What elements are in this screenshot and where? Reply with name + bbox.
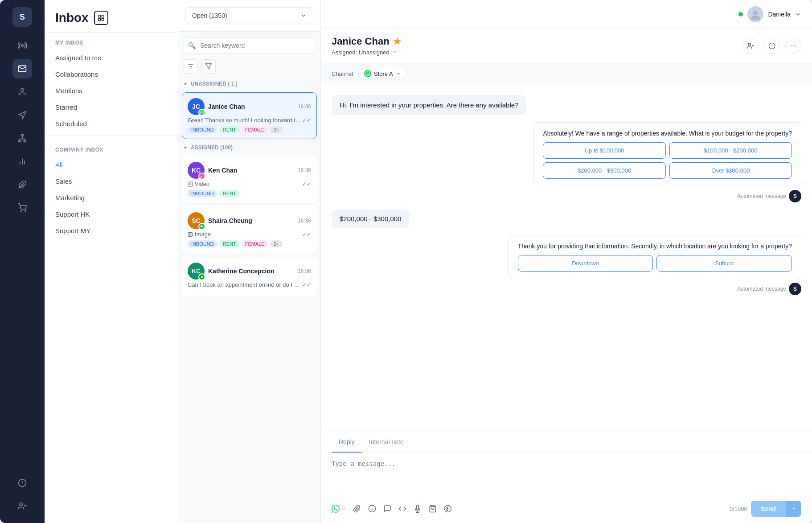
svg-rect-19 <box>98 15 101 17</box>
svg-rect-22 <box>98 18 101 21</box>
layout-toggle-icon[interactable] <box>94 11 108 25</box>
tag-female-shaira: FEMALE <box>242 240 268 247</box>
svg-marker-33 <box>190 183 191 185</box>
search-input[interactable] <box>184 37 315 54</box>
svg-point-35 <box>202 226 203 227</box>
section-unassigned[interactable]: UNASSIGNED ( 1 ) <box>178 77 320 91</box>
add-user-button[interactable] <box>742 38 759 54</box>
conv-item-ken-header: KC Ken Chan 16:36 <box>188 162 311 179</box>
reply-textarea[interactable] <box>332 460 801 487</box>
svg-rect-3 <box>19 140 21 142</box>
section-assigned[interactable]: ASSIGNED (100) <box>178 141 320 154</box>
tag-rent-ken: RENT <box>219 190 240 197</box>
send-button[interactable]: Send <box>751 501 786 517</box>
option-over-300k[interactable]: Over $300,000 <box>669 162 792 179</box>
conv-tags-ken: INBOUND RENT <box>188 190 311 197</box>
message-bot-2-container: Thank you for providing that information… <box>509 235 801 295</box>
conv-tags-shaira: INBOUND RENT FEMALE 2+ <box>188 240 311 247</box>
search-icon: 🔍 <box>188 42 196 49</box>
svg-point-47 <box>793 45 794 46</box>
channel-tool-chevron <box>341 507 346 511</box>
chat-header-right <box>742 38 801 54</box>
code-tool[interactable] <box>398 505 406 513</box>
sidebar-item-scheduled[interactable]: Scheduled <box>45 115 178 132</box>
tag-inbound-ken: INBOUND <box>188 190 217 197</box>
sidebar-divider <box>45 136 178 136</box>
bag-tool[interactable] <box>429 505 437 513</box>
svg-point-37 <box>189 233 190 234</box>
assigned-dropdown[interactable]: Unassigned <box>359 49 398 56</box>
channel-pill[interactable]: Store A <box>358 68 407 79</box>
tab-reply[interactable]: Reply <box>332 432 362 453</box>
sidebar-item-support-my[interactable]: Support MY <box>45 222 178 239</box>
conv-name-katherine: Katherine Concepcion <box>208 268 294 275</box>
option-100-200k[interactable]: $100,000 - $200,000 <box>669 142 792 159</box>
more-options-button[interactable] <box>785 38 801 54</box>
tab-internal-note[interactable]: Internal note <box>362 432 411 453</box>
dollar-tool[interactable] <box>444 505 452 513</box>
svg-point-16 <box>20 503 23 506</box>
nav-icon-megaphone[interactable] <box>12 105 32 125</box>
left-navigation: S <box>0 0 45 523</box>
sidebar-item-sales[interactable]: Sales <box>45 173 178 189</box>
svg-rect-2 <box>21 135 24 136</box>
whatsapp-channel-tool[interactable] <box>332 505 346 513</box>
svg-point-46 <box>791 45 791 46</box>
nav-icon-chart[interactable] <box>12 152 32 171</box>
conv-item-janice[interactable]: JC Janice Chan 16:36 Great! Thanks so mu… <box>182 92 317 139</box>
option-downtown[interactable]: Downtown <box>518 255 653 272</box>
svg-marker-26 <box>205 64 211 69</box>
sidebar-item-all[interactable]: All <box>45 156 178 173</box>
reply-toolbar: 0/1000 Send <box>321 496 812 523</box>
conv-list-header: Open (1350) <box>178 0 320 32</box>
conv-item-ken[interactable]: KC Ken Chan 16:36 Video ✓✓ INBOUND RENT <box>182 156 317 203</box>
nav-icon-add-user[interactable] <box>12 496 32 516</box>
read-receipt-janice: ✓✓ <box>302 117 311 124</box>
option-200-300k[interactable]: $200,000 - $300,000 <box>543 162 665 179</box>
nav-icon-radio[interactable] <box>12 36 32 55</box>
sidebar-item-starred[interactable]: Starred <box>45 99 178 115</box>
option-suburb[interactable]: Suburb <box>656 255 792 272</box>
nav-icon-contacts[interactable] <box>12 82 32 102</box>
chat-header-left: Janice Chan ★ Assigned: Unassigned <box>332 36 401 56</box>
svg-point-31 <box>203 175 203 176</box>
conv-item-katherine[interactable]: KC Katherine Concepcion 16:36 Can I book… <box>182 257 317 297</box>
reply-input-area[interactable] <box>321 453 812 496</box>
user-avatar <box>747 6 763 22</box>
attachment-tool[interactable] <box>353 505 361 513</box>
filter-button[interactable] <box>201 59 216 74</box>
option-100k[interactable]: Up to $100,000 <box>543 142 665 159</box>
bot-options-2: Downtown Suburb <box>518 255 792 272</box>
sidebar-item-collaborations[interactable]: Collaborations <box>45 66 178 82</box>
app-logo[interactable]: S <box>12 7 32 27</box>
info-button[interactable] <box>764 38 780 54</box>
sort-button[interactable] <box>184 59 198 74</box>
sidebar-item-mentions[interactable]: Mentions <box>45 82 178 99</box>
emoji-tool[interactable] <box>368 505 376 513</box>
conv-search-container: 🔍 <box>184 37 315 54</box>
nav-icon-inbox[interactable] <box>12 59 32 78</box>
nav-icon-info[interactable] <box>12 473 32 493</box>
conv-preview-ken: Video ✓✓ <box>188 181 311 187</box>
conv-item-shaira[interactable]: SC Shaira Cheung 16:36 Image ✓✓ INBOUND … <box>182 206 317 253</box>
nav-icon-cart[interactable] <box>12 198 32 218</box>
nav-icon-puzzle[interactable] <box>12 175 32 194</box>
sidebar-item-support-hk[interactable]: Support HK <box>45 206 178 222</box>
filter-row <box>178 59 320 77</box>
tag-plus: 2+ <box>270 126 283 133</box>
chat-header: Janice Chan ★ Assigned: Unassigned <box>321 29 812 63</box>
nav-icon-network[interactable] <box>12 128 32 148</box>
message-bot-1-container: Absolutely! We have a range of propertie… <box>533 122 801 202</box>
status-dropdown[interactable]: Open (1350) <box>185 7 313 24</box>
sidebar-item-assigned[interactable]: Assigned to me <box>45 49 178 66</box>
avatar-ken: KC <box>188 162 205 179</box>
assigned-chevron-icon <box>392 49 398 54</box>
message-user-1: Hi, I'm interested in your properties. A… <box>332 95 526 115</box>
chat-area: Daniella Janice Chan ★ Assigned: Unassig… <box>321 0 812 523</box>
audio-tool[interactable] <box>414 505 422 513</box>
conv-item-katherine-header: KC Katherine Concepcion 16:36 <box>188 263 311 280</box>
send-dropdown-button[interactable] <box>786 501 801 517</box>
chat-tool[interactable] <box>383 505 391 513</box>
read-receipt-shaira: ✓✓ <box>302 231 311 238</box>
sidebar-item-marketing[interactable]: Marketing <box>45 189 178 206</box>
